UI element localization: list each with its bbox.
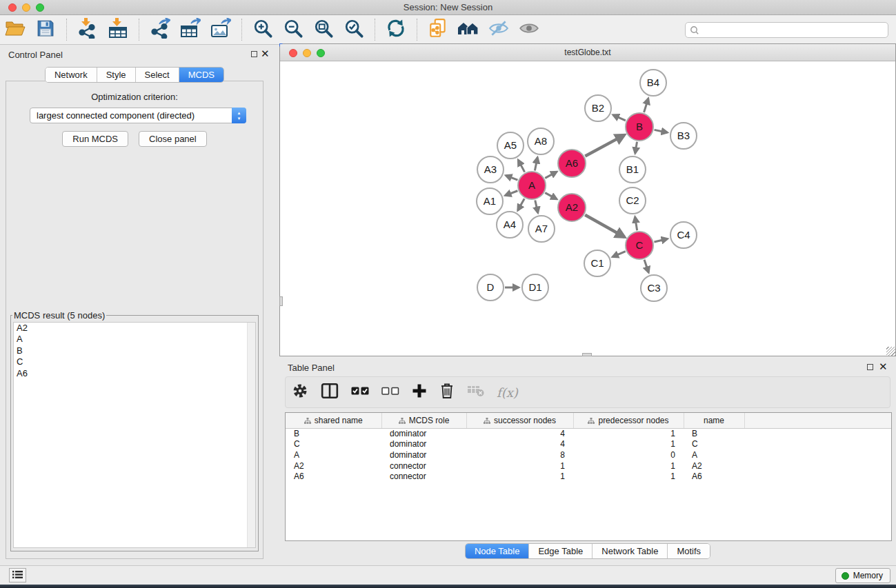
graph-edge-A-A3[interactable] [506,176,517,181]
table-cell[interactable]: 4 [466,439,573,450]
function-builder-button[interactable]: f(x) [497,385,518,400]
import-network-button[interactable] [76,18,99,41]
table-cell[interactable]: B [286,428,381,439]
table-cell[interactable]: 8 [466,449,573,460]
float-panel-icon[interactable] [251,51,257,57]
mcds-result-list[interactable]: A2ABCA6 [13,322,256,548]
node-table[interactable]: shared nameMCDS rolesuccessor nodesprede… [285,412,892,541]
zoom-out-button[interactable] [281,18,305,41]
graph-edge-C-C2[interactable] [635,217,637,231]
table-cell[interactable]: dominator [381,449,466,460]
network-graph[interactable]: B4B2BB3A5A8A6B1A3AC2A1A2A4A7C4CC1DD1C3 [280,61,895,356]
tab-network-table[interactable]: Network Table [593,544,668,558]
table-cell[interactable]: 1 [466,460,573,472]
export-network-button[interactable] [148,18,172,41]
deselect-all-button[interactable] [381,386,399,398]
mini-vertical-scrollbar[interactable] [279,296,283,306]
table-cell[interactable]: C [286,439,381,450]
graph-edge-B-B1[interactable] [635,142,637,154]
mcds-result-item[interactable]: A [14,334,255,345]
table-row[interactable]: Bdominator41B [286,428,892,439]
tab-node-table[interactable]: Node Table [466,544,530,558]
graph-edge-B-B3[interactable] [655,130,668,132]
open-session-button[interactable] [3,18,27,41]
add-column-button[interactable] [412,383,427,401]
float-table-panel-icon[interactable] [867,364,873,370]
select-all-button[interactable] [351,386,369,398]
table-options-button[interactable] [292,383,308,402]
export-table-button[interactable] [179,18,202,41]
search-input[interactable] [699,23,888,37]
graph-edge-C-C3[interactable] [644,260,648,272]
column-header-name[interactable]: name [684,413,744,428]
graph-edge-C-C1[interactable] [613,252,626,257]
table-cell[interactable]: A [684,449,744,460]
table-cell[interactable]: connector [381,460,466,472]
tab-edge-table[interactable]: Edge Table [529,544,593,558]
table-cell[interactable]: 0 [573,449,684,460]
hide-selected-button[interactable] [487,18,510,41]
tab-select[interactable]: Select [136,68,179,82]
close-panel-icon[interactable]: ✕ [261,48,270,60]
table-row[interactable]: A2connector11A2 [286,460,892,472]
refresh-layout-button[interactable] [384,18,408,41]
criterion-select[interactable]: largest connected component (directed) ▲… [30,108,246,123]
tab-network[interactable]: Network [46,68,97,82]
table-cell[interactable]: dominator [381,439,466,450]
table-cell[interactable]: B [684,428,744,439]
graph-edge-B-B2[interactable] [613,115,626,121]
run-mcds-button[interactable]: Run MCDS [62,131,128,147]
graph-edge-A-A4[interactable] [518,199,524,210]
show-column-button[interactable] [321,383,339,402]
table-cell[interactable]: 1 [573,439,684,450]
table-row[interactable]: Cdominator41C [286,439,892,450]
memory-button[interactable]: Memory [835,568,890,583]
tab-mcds[interactable]: MCDS [179,68,223,82]
zoom-fit-button[interactable] [312,18,335,41]
zoom-selected-button[interactable] [342,18,366,41]
tab-style[interactable]: Style [97,68,136,82]
table-cell[interactable]: A2 [684,460,744,472]
tab-motifs[interactable]: Motifs [668,544,710,558]
column-header-shared-name[interactable]: shared name [286,413,381,428]
table-cell[interactable]: 1 [466,471,573,482]
graph-edge-C-C4[interactable] [654,239,667,242]
mcds-result-item[interactable]: A2 [14,323,255,334]
mcds-list-scrollbar[interactable] [247,323,255,547]
graph-edge-A-A5[interactable] [518,160,524,172]
table-cell[interactable]: A [286,449,381,460]
table-cell[interactable]: C [684,439,744,450]
table-cell[interactable]: 1 [573,428,684,439]
table-cell[interactable]: A6 [286,471,381,482]
import-table-button[interactable] [106,18,130,41]
resize-grip-icon[interactable] [886,347,895,356]
table-row[interactable]: A6connector11A6 [286,471,892,482]
table-cell[interactable]: 1 [573,460,684,472]
table-cell[interactable]: connector [381,471,466,482]
close-table-panel-icon[interactable]: ✕ [879,361,888,373]
table-cell[interactable]: dominator [381,428,466,439]
delete-column-button[interactable] [439,383,455,402]
graph-edge-A-A8[interactable] [535,158,537,171]
zoom-in-button[interactable] [251,18,275,41]
network-canvas[interactable]: B4B2BB3A5A8A6B1A3AC2A1A2A4A7C4CC1DD1C3 [280,61,895,356]
mini-horizontal-scrollbar[interactable] [582,353,592,356]
show-all-button[interactable] [517,18,541,41]
column-header-predecessor-nodes[interactable]: predecessor nodes [573,413,684,428]
graph-edge-A-A7[interactable] [535,200,538,212]
mcds-result-item[interactable]: C [14,356,255,367]
graph-edge-A6-B[interactable] [585,135,624,156]
task-history-button[interactable] [9,568,26,582]
column-header-successor-nodes[interactable]: successor nodes [466,413,573,428]
export-image-button[interactable] [209,18,232,41]
table-row[interactable]: Adominator80A [286,449,892,460]
table-cell[interactable]: 1 [573,471,684,482]
table-cell[interactable]: 4 [466,428,573,439]
graph-edge-A-A6[interactable] [545,172,557,178]
graph-edge-B-B4[interactable] [644,99,648,112]
first-neighbors-button[interactable] [457,18,480,41]
graph-edge-A2-C[interactable] [585,215,624,237]
mcds-result-item[interactable]: B [14,345,255,356]
table-cell[interactable]: A6 [684,471,744,482]
close-panel-button[interactable]: Close panel [139,131,207,147]
